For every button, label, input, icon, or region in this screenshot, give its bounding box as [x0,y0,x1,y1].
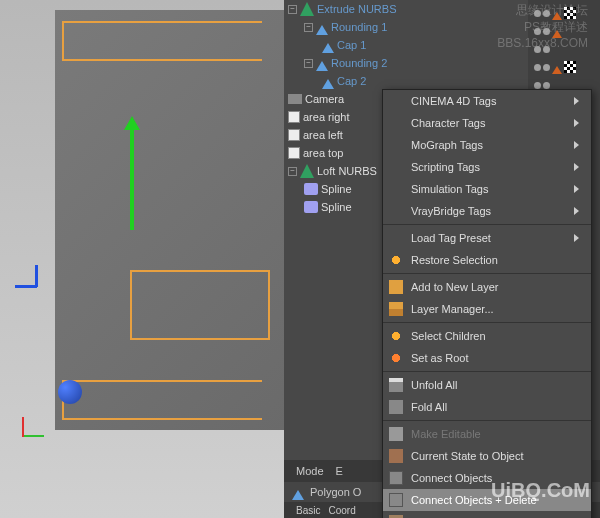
make-editable-icon [389,427,403,441]
fold-icon [389,400,403,414]
menu-separator [383,224,591,225]
menu-select-children[interactable]: Select Children [383,325,591,347]
object-label[interactable]: Rounding 2 [331,57,387,69]
object-label[interactable]: Loft NURBS [317,165,377,177]
menu-load-tag-preset[interactable]: Load Tag Preset [383,227,591,249]
connect-icon [389,471,403,485]
light-icon [288,111,300,123]
collapse-icon[interactable]: − [304,23,313,32]
axis-handle-icon[interactable] [58,380,82,404]
object-label[interactable]: Rounding 1 [331,21,387,33]
layer-manager-icon [389,302,403,316]
menu-character-tags[interactable]: Character Tags [383,112,591,134]
collapse-icon[interactable]: − [304,59,313,68]
menu-set-as-root[interactable]: Set as Root [383,347,591,369]
layer-add-icon [389,280,403,294]
menu-scripting-tags[interactable]: Scripting Tags [383,156,591,178]
rounding-icon [316,19,328,35]
root-icon [389,351,403,365]
object-label[interactable]: Camera [305,93,344,105]
wireframe-edge [130,270,270,340]
restore-selection-icon [389,253,403,267]
context-menu: CINEMA 4D Tags Character Tags MoGraph Ta… [382,89,592,518]
axis-gizmo-icon [15,265,55,305]
world-axis-icon [4,400,49,445]
menu-separator [383,273,591,274]
current-state-icon [389,449,403,463]
tab-basic[interactable]: Basic [296,505,320,516]
submenu-arrow-icon [574,234,583,242]
menu-layer-manager[interactable]: Layer Manager... [383,298,591,320]
submenu-arrow-icon [574,97,583,105]
menu-restore-selection[interactable]: Restore Selection [383,249,591,271]
camera-icon [288,94,302,104]
mode-button[interactable]: Mode [296,465,324,477]
checker-tag-icon[interactable] [564,61,576,73]
menu-fold-all[interactable]: Fold All [383,396,591,418]
tab-coord[interactable]: Coord [328,505,355,516]
object-label[interactable]: Cap 2 [337,75,366,87]
object-label[interactable]: area top [303,147,343,159]
menu-separator [383,420,591,421]
edit-button[interactable]: E [336,465,343,477]
viewport-3d[interactable] [0,0,284,518]
collapse-icon[interactable]: − [288,5,297,14]
wireframe-edge [62,21,262,61]
object-label[interactable]: area right [303,111,349,123]
submenu-arrow-icon [574,163,583,171]
menu-group-objects[interactable]: Group Objects [383,511,591,518]
connect-delete-icon [389,493,403,507]
object-label[interactable]: Cap 1 [337,39,366,51]
submenu-arrow-icon [574,141,583,149]
menu-mograph-tags[interactable]: MoGraph Tags [383,134,591,156]
polygon-label: Polygon O [310,486,361,498]
nurbs-icon [300,2,314,16]
cap-icon [322,37,334,53]
light-icon [288,147,300,159]
menu-current-state-to-object[interactable]: Current State to Object [383,445,591,467]
nurbs-icon [300,164,314,178]
wireframe-edge [62,380,262,420]
select-children-icon [389,329,403,343]
spline-icon [304,183,318,195]
object-label[interactable]: Spline [321,183,352,195]
polygon-icon [292,484,304,500]
menu-separator [383,371,591,372]
object-label[interactable]: Spline [321,201,352,213]
menu-cinema4d-tags[interactable]: CINEMA 4D Tags [383,90,591,112]
cap-icon [322,73,334,89]
letter-geometry [55,10,285,430]
menu-unfold-all[interactable]: Unfold All [383,374,591,396]
submenu-arrow-icon [574,185,583,193]
menu-separator [383,322,591,323]
submenu-arrow-icon [574,207,583,215]
menu-connect-objects-delete[interactable]: Connect Objects + Delete [383,489,591,511]
object-label[interactable]: Extrude NURBS [317,3,396,15]
axis-y-arrow-icon[interactable] [130,120,134,230]
menu-vraybridge-tags[interactable]: VrayBridge Tags [383,200,591,222]
submenu-arrow-icon [574,119,583,127]
menu-make-editable: Make Editable [383,423,591,445]
spline-icon [304,201,318,213]
light-icon [288,129,300,141]
menu-connect-objects[interactable]: Connect Objects [383,467,591,489]
rounding-icon [316,55,328,71]
collapse-icon[interactable]: − [288,167,297,176]
object-label[interactable]: area left [303,129,343,141]
menu-add-to-new-layer[interactable]: Add to New Layer [383,276,591,298]
checker-tag-icon[interactable] [564,7,576,19]
menu-simulation-tags[interactable]: Simulation Tags [383,178,591,200]
unfold-icon [389,378,403,392]
